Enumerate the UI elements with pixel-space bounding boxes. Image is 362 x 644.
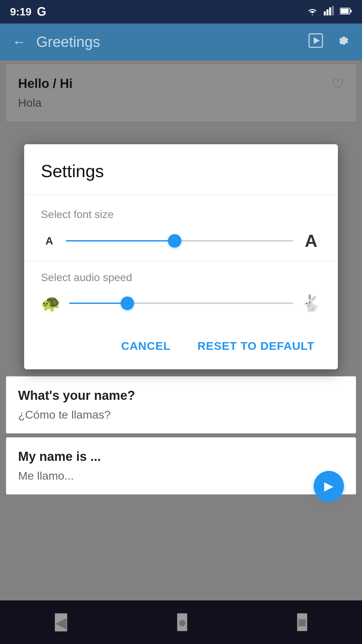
svg-rect-0 <box>324 11 326 15</box>
status-right <box>306 6 352 18</box>
card-whats-your-name: What's your name? ¿Cómo te llamas? <box>6 376 356 433</box>
signal-icon <box>324 6 335 18</box>
font-size-slider-row: A A <box>41 231 321 251</box>
wifi-icon <box>306 6 318 18</box>
play-square-icon[interactable] <box>308 33 323 51</box>
font-large-icon: A <box>301 231 321 251</box>
dialog-title: Settings <box>41 161 321 181</box>
app-header: ← Greetings <box>0 23 362 60</box>
dialog-divider-top <box>24 195 338 195</box>
time-display: 9:19 <box>10 6 32 18</box>
audio-speed-thumb[interactable] <box>121 297 134 310</box>
card-my-name-subtitle: Me llamo... <box>18 469 344 482</box>
audio-speed-fill <box>69 303 127 304</box>
font-size-slider[interactable] <box>66 234 293 248</box>
audio-speed-track <box>69 303 293 304</box>
card-name-question-title: What's your name? <box>18 388 344 403</box>
font-size-thumb[interactable] <box>168 234 181 248</box>
font-size-label: Select font size <box>41 208 321 221</box>
audio-speed-label: Select audio speed <box>41 271 321 284</box>
audio-speed-slider[interactable] <box>69 297 293 310</box>
svg-marker-8 <box>314 37 320 44</box>
svg-rect-6 <box>350 10 352 12</box>
dialog-actions: CANCEL RESET TO DEFAULT <box>41 319 321 356</box>
svg-rect-1 <box>326 9 328 15</box>
cancel-button[interactable]: CANCEL <box>114 336 177 356</box>
back-button[interactable]: ← <box>12 34 26 50</box>
reset-to-default-button[interactable]: RESET TO DEFAULT <box>191 336 321 356</box>
dialog-divider-middle <box>24 261 338 261</box>
status-bar: 9:19 G <box>0 0 362 23</box>
header-title: Greetings <box>36 34 298 50</box>
status-left: 9:19 G <box>10 5 46 19</box>
bottom-section: What's your name? ¿Cómo te llamas? My na… <box>0 372 362 600</box>
font-size-track <box>66 240 293 241</box>
turtle-icon: 🐢 <box>41 294 61 313</box>
header-icons <box>308 33 350 51</box>
google-icon: G <box>37 5 46 19</box>
card-my-name-title: My name is ... <box>18 449 344 464</box>
settings-icon[interactable] <box>335 33 350 51</box>
battery-icon <box>340 6 352 17</box>
svg-rect-5 <box>341 9 349 13</box>
card-my-name-is: My name is ... Me llamo... <box>6 437 356 494</box>
play-float-button[interactable] <box>314 471 344 501</box>
font-small-icon: A <box>41 235 58 247</box>
audio-speed-slider-row: 🐢 🐇 <box>41 294 321 313</box>
svg-rect-3 <box>332 6 334 15</box>
card-name-question-subtitle: ¿Cómo te llamas? <box>18 408 344 421</box>
font-size-fill <box>66 240 175 241</box>
settings-dialog: Settings Select font size A A Select aud… <box>24 144 338 369</box>
rabbit-icon: 🐇 <box>301 294 321 313</box>
svg-rect-2 <box>329 7 331 15</box>
